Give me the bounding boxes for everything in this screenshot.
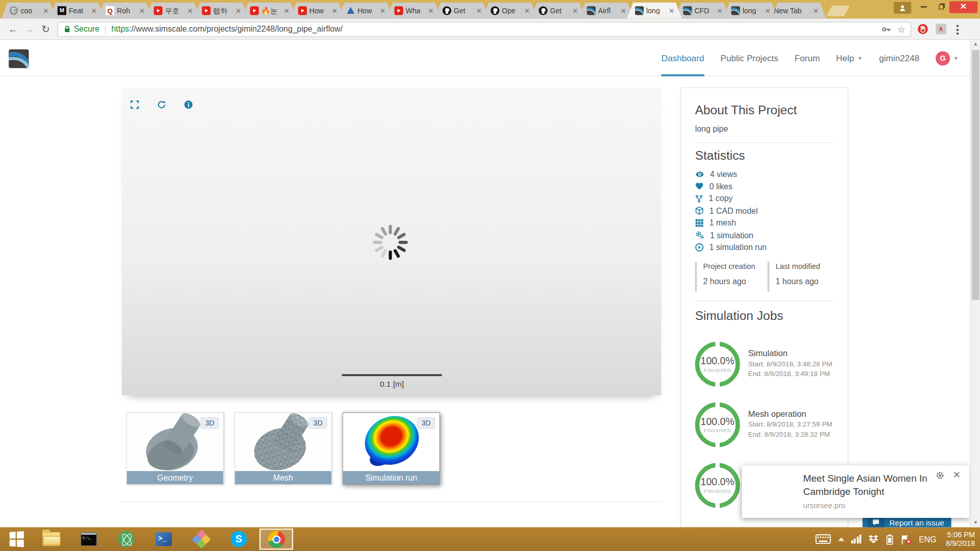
battery-icon[interactable] — [886, 534, 894, 544]
tab-close-icon[interactable]: ✕ — [91, 7, 97, 14]
key-icon[interactable] — [881, 24, 891, 34]
page-scrollbar[interactable]: ▲ ▼ — [970, 40, 980, 527]
browser-tab[interactable]: 랩하✕ — [194, 3, 249, 19]
tab-close-icon[interactable]: ✕ — [524, 7, 530, 14]
browser-tab[interactable]: coo✕ — [1, 3, 56, 19]
tab-close-icon[interactable]: ✕ — [813, 7, 819, 14]
ad-title: Meet Single Asian Women InCambridge Toni… — [803, 471, 940, 497]
stat-label: 1 mesh — [709, 218, 736, 228]
show-hidden-icons-icon[interactable] — [838, 537, 844, 541]
tab-close-icon[interactable]: ✕ — [669, 7, 674, 14]
tab-close-icon[interactable]: ✕ — [284, 7, 289, 14]
browser-menu-icon[interactable]: ••• — [955, 23, 960, 35]
taskbar-app-chrome[interactable] — [257, 527, 295, 551]
ad-popup[interactable]: Meet Single Asian Women InCambridge Toni… — [742, 465, 969, 518]
taskbar-app-powershell[interactable]: >_ — [145, 527, 182, 551]
taskbar-app-atom[interactable] — [108, 527, 145, 551]
browser-tab[interactable]: How✕ — [290, 3, 345, 19]
taskbar-app-git[interactable] — [183, 527, 220, 551]
creation-value: 2 hours ago — [703, 277, 760, 286]
info-icon[interactable] — [184, 100, 193, 109]
fullscreen-icon[interactable] — [130, 100, 139, 109]
taskbar-app-skype[interactable]: S — [220, 527, 257, 551]
tab-close-icon[interactable]: ✕ — [139, 7, 145, 14]
browser-tab[interactable]: Feat✕ — [50, 3, 105, 19]
tab-close-icon[interactable]: ✕ — [621, 7, 626, 14]
taskbar-app-command-prompt[interactable] — [70, 527, 107, 551]
triangle-favicon — [346, 6, 355, 15]
simscale-favicon — [731, 6, 740, 15]
browser-tab[interactable]: 우호✕ — [145, 3, 201, 19]
browser-tab[interactable]: Airfl✕ — [579, 3, 634, 19]
nav-help[interactable]: Help▼ — [836, 40, 863, 76]
close-icon[interactable]: ✕ — [953, 469, 961, 481]
thumbnail-simulation-run[interactable]: 3DSimulation run — [342, 412, 440, 485]
chrome-icon — [259, 529, 293, 550]
pdf-extension-icon[interactable]: ∧ — [936, 24, 946, 35]
tab-close-icon[interactable]: ✕ — [235, 7, 241, 14]
simscale-logo[interactable] — [9, 49, 29, 68]
forward-button[interactable]: → — [21, 23, 38, 35]
tab-close-icon[interactable]: ✕ — [476, 7, 482, 14]
tab-close-icon[interactable]: ✕ — [43, 7, 48, 14]
browser-tab[interactable]: New Tab✕ — [771, 3, 826, 19]
back-button[interactable]: ← — [5, 23, 21, 35]
tab-close-icon[interactable]: ✕ — [765, 7, 771, 14]
scroll-down-icon[interactable]: ▼ — [971, 518, 980, 527]
stat-item: 1 simulation run — [695, 241, 834, 254]
network-signal-icon[interactable] — [851, 535, 861, 543]
taskbar-clock[interactable]: 5:06 PM 8/9/2018 — [946, 531, 975, 548]
language-indicator[interactable]: ENG — [919, 535, 936, 544]
stat-item: 1 simulation — [695, 229, 834, 241]
adblock-hand-icon[interactable] — [918, 24, 928, 35]
taskbar-app-file-explorer[interactable] — [33, 527, 70, 551]
viewer-3d[interactable]: 0.1 [m] — [122, 87, 662, 395]
simulation-job[interactable]: 100.0%FINISHEDMesh operationStart: 8/9/2… — [695, 402, 834, 447]
touch-keyboard-icon[interactable] — [815, 534, 831, 544]
browser-tab[interactable]: Roh✕ — [97, 3, 153, 19]
address-bar[interactable]: Secure https://www.simscale.com/projects… — [58, 21, 912, 36]
browser-tab[interactable]: long✕ — [627, 3, 682, 19]
tab-close-icon[interactable]: ✕ — [717, 7, 722, 14]
browser-tab[interactable]: How✕ — [338, 3, 393, 19]
simulation-job[interactable]: 100.0%FINISHEDSimulationStart: 8/9/2018,… — [695, 341, 834, 386]
job-status: FINISHED — [704, 488, 731, 494]
youtube-favicon — [298, 6, 307, 15]
tab-close-icon[interactable]: ✕ — [380, 7, 385, 14]
refresh-icon[interactable] — [157, 100, 166, 109]
start-button[interactable] — [0, 527, 33, 551]
new-tab-button[interactable] — [826, 6, 849, 16]
browser-tab[interactable]: Ope✕ — [482, 3, 537, 19]
minimize-button[interactable] — [915, 0, 933, 13]
reload-button[interactable]: ↻ — [37, 23, 54, 35]
tab-close-icon[interactable]: ✕ — [332, 7, 337, 14]
thumbnail-mesh[interactable]: 3DMesh — [234, 412, 332, 485]
nav-username[interactable]: gimin2248 — [879, 40, 919, 76]
job-start: Start: 8/9/2018, 3:27:59 PM — [748, 420, 832, 428]
browser-tab[interactable]: Get✕ — [434, 3, 489, 19]
nav-account[interactable]: G ▼ — [936, 40, 959, 76]
browser-tab[interactable]: long✕ — [723, 3, 778, 19]
avatar[interactable]: G — [936, 51, 950, 65]
person-icon — [899, 4, 906, 12]
tab-close-icon[interactable]: ✕ — [572, 7, 578, 14]
browser-tab[interactable]: CFD✕ — [675, 3, 730, 19]
gear-icon[interactable] — [936, 471, 944, 480]
nav-dashboard[interactable]: Dashboard — [662, 40, 704, 76]
dropbox-icon[interactable] — [868, 534, 879, 544]
tab-close-icon[interactable]: ✕ — [428, 7, 434, 14]
browser-tab[interactable]: Wha✕ — [386, 3, 442, 19]
action-center-flag-icon[interactable] — [901, 534, 912, 544]
thumbnail-geometry[interactable]: 3DGeometry — [126, 412, 224, 485]
close-button[interactable]: ✕ — [949, 1, 977, 13]
scroll-up-icon[interactable]: ▲ — [971, 40, 980, 48]
browser-tab[interactable]: 🔥눈✕ — [242, 3, 297, 19]
browser-tab[interactable]: Get✕ — [531, 3, 586, 19]
scrollbar-thumb[interactable] — [972, 50, 979, 300]
nav-forum[interactable]: Forum — [795, 40, 820, 76]
tab-close-icon[interactable]: ✕ — [187, 7, 193, 14]
bookmark-star-icon[interactable]: ☆ — [897, 23, 905, 35]
restore-button[interactable] — [933, 0, 950, 13]
browser-profile-button[interactable] — [894, 2, 911, 14]
nav-public-projects[interactable]: Public Projects — [720, 40, 778, 76]
